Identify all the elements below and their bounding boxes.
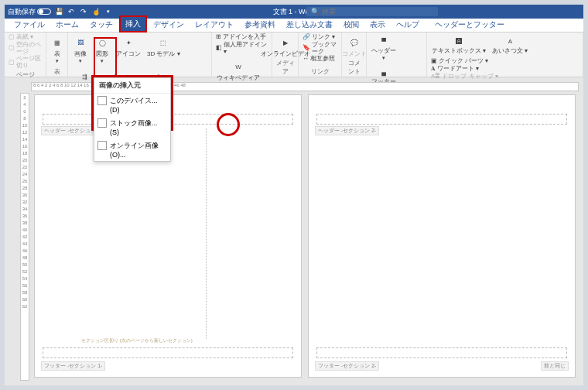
- shapes-button[interactable]: ◯図形▾: [93, 34, 111, 65]
- table-icon: ▦: [50, 35, 65, 50]
- menu-online-pictures[interactable]: オンライン画像(O)...: [94, 139, 170, 161]
- group-label: 表: [50, 67, 64, 77]
- cross-ref-button[interactable]: ↔相互参照: [302, 56, 338, 63]
- tab-file[interactable]: ファイル: [9, 18, 50, 32]
- picture-icon: 🖼: [73, 35, 88, 50]
- tab-references[interactable]: 参考資料: [240, 18, 280, 32]
- anchor-dotted-line: [206, 128, 207, 339]
- tab-help[interactable]: ヘルプ: [391, 18, 424, 32]
- cover-page-button: ▢表紙 ▾: [8, 34, 43, 41]
- quick-parts-button[interactable]: ▣クイック パーツ ▾: [430, 58, 499, 65]
- group-label: コメント: [345, 58, 363, 77]
- store-icon: ⊞: [216, 34, 221, 41]
- autosave-toggle[interactable]: 自動保存: [8, 7, 51, 17]
- search-input[interactable]: [322, 8, 433, 15]
- menu-this-device[interactable]: このデバイス...(D): [94, 94, 170, 116]
- touch-mode-icon[interactable]: ☝: [91, 7, 101, 16]
- icons-button[interactable]: ✦アイコン: [115, 34, 142, 58]
- footer-section-tag: フッター -セクション 1-: [41, 361, 105, 371]
- get-addins-button[interactable]: ⊞アドインを入手: [215, 34, 268, 41]
- pictures-button[interactable]: 🖼画像▾: [71, 34, 90, 65]
- link-button[interactable]: 🔗リンク ▾: [302, 34, 338, 41]
- group-links: 🔗リンク ▾ 🔖ブックマーク ↔相互参照 リンク: [299, 32, 342, 77]
- tab-home[interactable]: ホーム: [51, 18, 84, 32]
- title-bar: 自動保存 💾 ↶ ↷ ☝ ▾ 文書 1 - Word 🔍: [5, 5, 583, 19]
- footer-area[interactable]: [316, 347, 567, 358]
- header-button[interactable]: ▀ヘッダー▾: [370, 34, 398, 62]
- bookmark-button[interactable]: 🔖ブックマーク: [302, 42, 338, 56]
- tab-design[interactable]: デザイン: [149, 18, 189, 32]
- page-2[interactable]: ヘッダー -セクション 2- フッター -セクション 2- 前と同じ: [308, 94, 576, 378]
- group-tables: ▦表▾ 表: [46, 32, 68, 77]
- menu-stock-images[interactable]: ストック画像...(S): [94, 116, 170, 139]
- tab-layout[interactable]: レイアウト: [190, 18, 238, 32]
- header-section-tag: ヘッダー -セクション 2-: [315, 126, 379, 135]
- group-text: 🅰テキストボックス ▾ Aあいさつ文 ▾ ▣クイック パーツ ▾ 𝐀ワードアート…: [427, 32, 583, 77]
- link-icon: 🔗: [303, 34, 310, 41]
- ribbon-tabs: ファイル ホーム タッチ 挿入 デザイン レイアウト 参考資料 差し込み文書 校…: [5, 19, 583, 32]
- group-illustrations: 🖼画像▾ ◯図形▾ ✦アイコン ⬚3D モデル ▾ ⇶SmartArt 📊グラフ…: [68, 32, 212, 77]
- greeting-icon: A: [504, 35, 516, 47]
- comment-icon: 💬: [347, 35, 362, 50]
- wordart-icon: 𝐀: [431, 66, 436, 73]
- redo-icon[interactable]: ↷: [79, 7, 88, 16]
- table-button[interactable]: ▦表▾: [50, 34, 64, 65]
- group-comments: 💬コメント コメント: [342, 32, 367, 77]
- group-label: ページ: [8, 70, 43, 80]
- dropcap-icon: A≣: [431, 74, 440, 80]
- dropdown-header: 画像の挿入元: [94, 78, 170, 94]
- undo-icon[interactable]: ↶: [67, 7, 76, 16]
- tab-review[interactable]: 校閲: [339, 18, 364, 32]
- footer-icon: ▄: [378, 66, 390, 78]
- online-video-button[interactable]: ▶オンラインビデオ: [275, 34, 295, 58]
- page-break-button: ▢ページ区切り: [8, 56, 43, 70]
- tab-touch[interactable]: タッチ: [85, 18, 118, 32]
- cube-icon: ⬚: [156, 35, 171, 50]
- addin-icon: ◧: [216, 45, 222, 52]
- header-icon: ▀: [378, 35, 390, 47]
- wordart-button[interactable]: 𝐀ワードアート ▾: [430, 66, 499, 73]
- ribbon: ▢表紙 ▾ ▢空白のページ ▢ページ区切り ページ ▦表▾ 表 🖼画像▾ ◯図形…: [5, 32, 583, 77]
- header-area[interactable]: [316, 114, 567, 125]
- quickparts-icon: ▣: [431, 58, 437, 65]
- group-media: ▶オンラインビデオ メディア: [272, 32, 299, 77]
- toggle-pill-icon: [37, 9, 51, 15]
- textbox-icon: 🅰: [453, 35, 465, 47]
- blank-page-button: ▢空白のページ: [8, 42, 43, 56]
- group-pages: ▢表紙 ▾ ▢空白のページ ▢ページ区切り ページ: [5, 32, 46, 77]
- save-icon[interactable]: 💾: [54, 7, 63, 16]
- crossref-icon: ↔: [303, 56, 309, 63]
- wikipedia-button[interactable]: Wウィキペディア: [215, 58, 262, 82]
- tab-header-footer[interactable]: ヘッダーとフッター: [430, 18, 509, 32]
- bookmark-icon: 🔖: [303, 45, 310, 52]
- search-icon: 🔍: [311, 8, 320, 15]
- pictures-dropdown: 画像の挿入元 このデバイス...(D) ストック画像...(S) オンライン画像…: [94, 77, 171, 162]
- section-break-label: セクション区切り (次のページから新しいセクション): [81, 337, 193, 344]
- qat-customize-icon[interactable]: ▾: [104, 7, 113, 16]
- shapes-icon: ◯: [94, 35, 110, 50]
- greeting-button[interactable]: Aあいさつ文 ▾: [491, 34, 529, 55]
- same-as-previous-tag: 前と同じ: [541, 361, 569, 371]
- textbox-button[interactable]: 🅰テキストボックス ▾: [430, 34, 487, 55]
- group-label: メディア: [275, 58, 295, 77]
- icons-icon: ✦: [121, 35, 136, 50]
- 3d-model-button[interactable]: ⬚3D モデル ▾: [145, 34, 182, 58]
- search-box[interactable]: 🔍: [306, 7, 438, 16]
- dropcap-button: A≣ドロップ キャップ ▾: [430, 74, 499, 80]
- group-label: リンク: [302, 67, 338, 77]
- tab-mailings[interactable]: 差し込み文書: [282, 18, 337, 32]
- footer-area[interactable]: [43, 347, 293, 358]
- footer-section-tag: フッター -セクション 2-: [315, 361, 379, 371]
- wikipedia-icon: W: [231, 59, 246, 74]
- video-icon: ▶: [278, 35, 293, 50]
- tab-insert[interactable]: 挿入: [119, 15, 147, 32]
- group-header-footer: ▀ヘッダー▾ ▄フッター▾ #ページ番号 ▾ ヘッダーとフッター: [367, 32, 427, 77]
- comment-button: 💬コメント: [345, 34, 363, 58]
- vertical-ruler[interactable]: 2468101214161820222426283032343638404244…: [20, 93, 29, 381]
- tab-view[interactable]: 表示: [365, 18, 390, 32]
